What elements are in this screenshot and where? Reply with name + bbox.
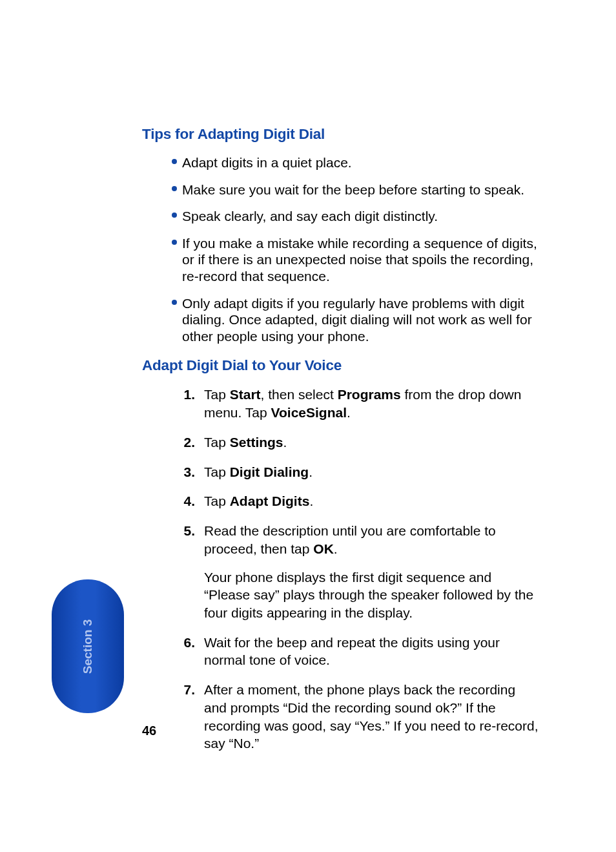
step-number: 4. [181, 492, 195, 510]
bullet-icon [172, 159, 177, 164]
heading-adapt: Adapt Digit Dial to Your Voice [142, 357, 539, 374]
list-item: Only adapt digits if you regularly have … [172, 295, 539, 345]
text: Wait for the beep and repeat the digits … [204, 635, 500, 668]
document-page: Tips for Adapting Digit Dial Adapt digit… [0, 0, 616, 852]
step-paragraph: Your phone displays the first digit sequ… [204, 568, 539, 622]
step-5: 5. Read the description until you are co… [181, 522, 539, 622]
text: Tap [204, 464, 230, 479]
bullet-icon [172, 300, 177, 305]
text: . [334, 541, 338, 556]
bullet-list: Adapt digits in a quiet place. Make sure… [172, 154, 539, 344]
bold-text: Adapt Digits [230, 494, 310, 508]
text: Tap [204, 494, 230, 508]
list-item: Adapt digits in a quiet place. [172, 154, 539, 171]
bullet-icon [172, 240, 177, 245]
step-number: 2. [181, 433, 195, 452]
heading-tips: Tips for Adapting Digit Dial [142, 126, 539, 143]
ordered-list: 1. Tap Start, then select Programs from … [181, 386, 539, 753]
step-number: 3. [181, 463, 195, 481]
list-item: Make sure you wait for the beep before s… [172, 182, 539, 198]
bullet-text: Make sure you wait for the beep before s… [182, 182, 524, 197]
step-3: 3. Tap Digit Dialing. [181, 463, 539, 481]
bullet-text: If you make a mistake while recording a … [182, 236, 537, 284]
bullet-icon [172, 186, 177, 191]
bullet-text: Only adapt digits if you regularly have … [182, 296, 532, 344]
text: , then select [261, 387, 338, 402]
step-6: 6. Wait for the beep and repeat the digi… [181, 634, 539, 669]
text: After a moment, the phone plays back the… [204, 682, 539, 751]
bold-text: Programs [338, 387, 401, 402]
text: . [309, 464, 313, 479]
bullet-text: Speak clearly, and say each digit distin… [182, 209, 438, 223]
bullet-icon [172, 213, 177, 218]
bold-text: VoiceSignal [271, 405, 347, 420]
list-item: Speak clearly, and say each digit distin… [172, 208, 539, 225]
step-4: 4. Tap Adapt Digits. [181, 492, 539, 510]
text: Tap [204, 387, 230, 402]
step-1: 1. Tap Start, then select Programs from … [181, 386, 539, 421]
bullet-text: Adapt digits in a quiet place. [182, 155, 352, 170]
bold-text: Settings [230, 435, 283, 450]
text: . [283, 435, 287, 450]
step-number: 7. [181, 681, 195, 699]
bold-text: Start [230, 387, 261, 402]
step-number: 1. [181, 386, 195, 404]
page-number: 46 [142, 723, 156, 738]
step-7: 7. After a moment, the phone plays back … [181, 681, 539, 753]
step-number: 5. [181, 522, 195, 540]
bold-text: OK [313, 541, 334, 556]
step-2: 2. Tap Settings. [181, 433, 539, 452]
section-tab: Section 3 [52, 579, 124, 713]
text: . [309, 494, 313, 508]
bold-text: Digit Dialing [230, 464, 309, 479]
step-number: 6. [181, 634, 195, 652]
text: . [347, 405, 351, 420]
text: Tap [204, 435, 230, 450]
list-item: If you make a mistake while recording a … [172, 235, 539, 285]
section-label: Section 3 [81, 619, 95, 673]
text: Read the description until you are comfo… [204, 523, 496, 556]
